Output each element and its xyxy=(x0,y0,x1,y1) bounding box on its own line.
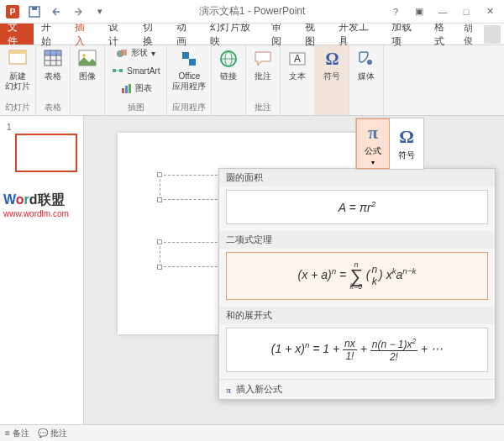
equation-button[interactable]: π 公式 ▾ xyxy=(356,118,390,169)
group-label: 插图 xyxy=(128,102,144,113)
tab-format[interactable]: 格式 xyxy=(427,24,460,45)
notes-button[interactable]: ≡ 备注 xyxy=(5,428,29,439)
symbol-split-buttons: π 公式 ▾ Ω 符号 xyxy=(355,118,424,170)
section-circle-area: 圆的面积 xyxy=(219,169,495,186)
window-controls: ? ▣ — □ ✕ xyxy=(385,3,501,20)
table-button[interactable]: 表格 xyxy=(41,47,65,81)
thumb-number: 1 xyxy=(7,123,76,132)
title-bar: P ▾ 演示文稿1 - PowerPoint ? ▣ — □ ✕ xyxy=(0,0,504,24)
formula-text: (1 + x)n = 1 + nx1! + n(n − 1)x22! + ⋯ xyxy=(271,342,443,355)
comments-button[interactable]: 💬 批注 xyxy=(38,428,67,439)
svg-rect-3 xyxy=(32,7,37,10)
symbol-button-popup[interactable]: Ω 符号 xyxy=(390,118,423,169)
comment-button[interactable]: 批注 xyxy=(251,47,275,81)
group-apps: Office 应用程序 应用程序 xyxy=(167,45,212,115)
slide-thumbnail[interactable] xyxy=(15,134,77,172)
help-icon[interactable]: ? xyxy=(385,3,407,20)
quick-access-toolbar: P ▾ xyxy=(3,3,109,21)
ribbon-tabs: 文件 开始 插入 设计 切换 动画 幻灯片放映 审阅 视图 开发工具 加载项 格… xyxy=(0,24,504,45)
group-label xyxy=(228,104,230,113)
svg-point-29 xyxy=(367,60,372,65)
media-button[interactable]: 媒体 xyxy=(354,47,378,81)
group-symbols: Ω 符号 xyxy=(315,45,349,115)
group-slides: 新建 幻灯片 幻灯片 xyxy=(0,45,36,115)
symbol-button[interactable]: Ω 符号 xyxy=(320,47,344,81)
tab-view[interactable]: 视图 xyxy=(297,24,331,45)
svg-rect-23 xyxy=(189,59,196,66)
svg-rect-11 xyxy=(45,50,61,55)
group-tables: 表格 表格 xyxy=(36,45,71,115)
watermark: Word联盟 www.wordlm.com xyxy=(3,192,69,218)
svg-rect-20 xyxy=(125,86,128,93)
svg-rect-22 xyxy=(182,52,189,59)
tab-review[interactable]: 审阅 xyxy=(264,24,297,45)
shapes-button[interactable]: 形状 ▾ xyxy=(116,47,155,59)
group-label: 表格 xyxy=(45,102,61,113)
window-title: 演示文稿1 - PowerPoint xyxy=(199,4,306,18)
group-label: 幻灯片 xyxy=(5,102,30,113)
svg-rect-15 xyxy=(121,50,127,55)
insert-new-equation[interactable]: π 插入新公式 xyxy=(219,379,495,399)
formula-binomial[interactable]: (x + a)n = n∑k=0 (nk) xkan−k xyxy=(226,252,488,301)
minimize-icon[interactable]: — xyxy=(432,3,454,20)
maximize-icon[interactable]: □ xyxy=(455,3,477,20)
save-icon[interactable] xyxy=(25,3,44,21)
group-text: A 文本 xyxy=(281,45,315,115)
tab-animations[interactable]: 动画 xyxy=(169,24,202,45)
group-label: 批注 xyxy=(255,102,271,113)
svg-rect-17 xyxy=(119,69,123,72)
ribbon-options-icon[interactable]: ▣ xyxy=(408,3,430,20)
svg-text:P: P xyxy=(10,8,16,17)
ribbon: 新建 幻灯片 幻灯片 表格 表格 图像 形状 ▾ SmartArt 图表 插图 … xyxy=(0,45,504,116)
formula-circle-area[interactable]: A = πr2 xyxy=(226,190,488,224)
tab-slideshow[interactable]: 幻灯片放映 xyxy=(202,24,264,45)
svg-rect-19 xyxy=(122,88,124,93)
tab-transitions[interactable]: 切换 xyxy=(135,24,169,45)
tab-insert[interactable]: 插入 xyxy=(67,24,101,45)
image-button[interactable]: 图像 xyxy=(76,47,99,81)
formula-expansion[interactable]: (1 + x)n = 1 + nx1! + n(n − 1)x22! + ⋯ xyxy=(226,328,488,372)
tab-file[interactable]: 文件 xyxy=(0,24,34,45)
group-label xyxy=(365,104,368,113)
section-expansion: 和的展开式 xyxy=(219,307,495,324)
office-apps-button[interactable]: Office 应用程序 xyxy=(172,47,206,92)
tab-developer[interactable]: 开发工具 xyxy=(331,24,383,45)
svg-text:A: A xyxy=(294,53,301,65)
group-label xyxy=(331,104,333,113)
equation-dropdown: 圆的面积 A = πr2 二项式定理 (x + a)n = n∑k=0 (nk)… xyxy=(218,168,496,400)
close-icon[interactable]: ✕ xyxy=(479,3,501,20)
pi-icon: π xyxy=(368,122,378,144)
group-comments: 批注 批注 xyxy=(246,45,281,115)
svg-point-13 xyxy=(82,54,86,57)
formula-text: (x + a)n = n∑k=0 (nk) xkan−k xyxy=(298,268,417,281)
group-links: 链接 xyxy=(212,45,246,115)
section-binomial: 二项式定理 xyxy=(219,231,495,249)
tab-addins[interactable]: 加载项 xyxy=(384,24,427,45)
link-button[interactable]: 链接 xyxy=(217,47,240,81)
avatar-icon xyxy=(484,25,501,44)
pi-icon: π xyxy=(226,385,231,395)
user-area[interactable]: 胡俊 xyxy=(460,24,504,45)
qat-dropdown-icon[interactable]: ▾ xyxy=(91,3,109,21)
group-label: 应用程序 xyxy=(172,102,206,113)
chart-button[interactable]: 图表 xyxy=(120,82,152,94)
omega-icon: Ω xyxy=(399,126,414,148)
group-media: 媒体 xyxy=(349,45,384,115)
group-images: 图像 xyxy=(71,45,105,115)
redo-icon[interactable] xyxy=(69,3,87,21)
smartart-button[interactable]: SmartArt xyxy=(112,65,160,76)
undo-icon[interactable] xyxy=(47,3,66,21)
svg-rect-21 xyxy=(129,84,131,93)
formula-text: A = πr2 xyxy=(339,201,375,214)
group-label xyxy=(297,104,299,113)
svg-rect-5 xyxy=(9,50,26,54)
svg-rect-16 xyxy=(113,69,116,72)
text-button[interactable]: A 文本 xyxy=(286,47,309,81)
tab-home[interactable]: 开始 xyxy=(34,24,67,45)
tab-design[interactable]: 设计 xyxy=(101,24,134,45)
powerpoint-icon: P xyxy=(3,3,22,21)
group-illustrations: 形状 ▾ SmartArt 图表 插图 xyxy=(105,45,167,115)
new-slide-button[interactable]: 新建 幻灯片 xyxy=(5,47,30,92)
user-name: 胡俊 xyxy=(464,22,480,47)
slide-thumbnails-panel: 1 xyxy=(0,116,84,424)
